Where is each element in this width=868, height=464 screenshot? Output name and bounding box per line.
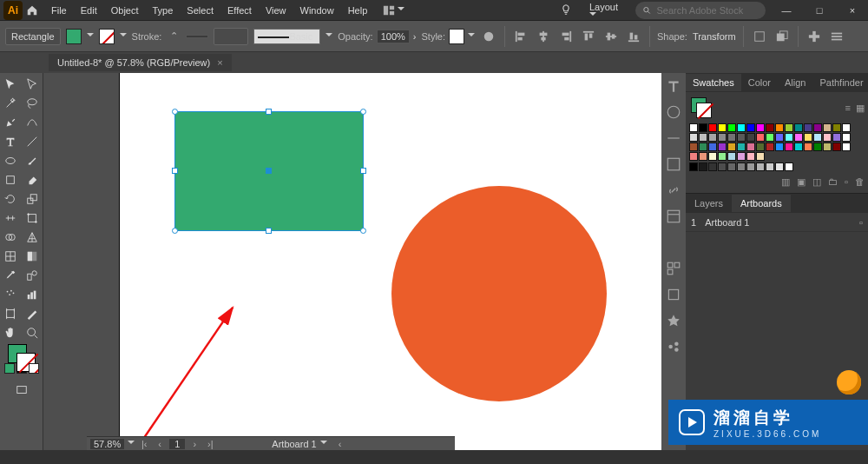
align-bottom-icon[interactable] — [625, 28, 642, 45]
rail-symbols2-icon[interactable] — [666, 339, 681, 355]
swatch-cell[interactable] — [746, 123, 755, 132]
tab-color[interactable]: Color — [741, 74, 778, 91]
swatch-cell[interactable] — [708, 133, 717, 142]
menu-view[interactable]: View — [260, 3, 293, 18]
swatch-cell[interactable] — [842, 123, 851, 132]
artboard-index[interactable]: 1 — [169, 439, 185, 449]
artboard-name-caret-icon[interactable] — [320, 441, 327, 447]
swatch-cell[interactable] — [689, 133, 698, 142]
stroke-weight-link-icon[interactable]: ⌃ — [165, 28, 182, 45]
menu-edit[interactable]: Edit — [75, 3, 103, 18]
swatch-cell[interactable] — [823, 123, 832, 132]
artboard-next-icon[interactable]: › — [188, 439, 201, 449]
lasso-tool[interactable] — [22, 94, 43, 113]
tab-artboards[interactable]: Artboards — [732, 195, 791, 212]
swatch-trash-icon[interactable]: 🗑 — [855, 176, 865, 188]
handle-e[interactable] — [360, 168, 366, 174]
tab-align[interactable]: Align — [778, 74, 812, 91]
zoom-caret-icon[interactable] — [128, 441, 135, 447]
rail-symbols-icon[interactable] — [666, 313, 681, 328]
handle-se[interactable] — [360, 228, 366, 234]
swatch-cell[interactable] — [727, 143, 736, 151]
swatch-list-icon[interactable]: ▦ — [856, 103, 865, 114]
swatch-cell[interactable] — [756, 133, 765, 142]
fill-caret-icon[interactable] — [87, 33, 94, 40]
selection-tool[interactable] — [0, 75, 22, 94]
brush-caret-icon[interactable] — [326, 33, 332, 40]
menu-object[interactable]: Object — [105, 3, 145, 18]
scroll-left-icon[interactable]: ‹ — [334, 439, 346, 449]
tab-pathfinder[interactable]: Pathfinder — [812, 74, 868, 91]
workspace-switcher[interactable]: Layout — [581, 0, 627, 21]
swatch-menu-icon[interactable]: ≡ — [845, 103, 851, 114]
handle-s[interactable] — [266, 228, 272, 234]
arrange-caret-icon[interactable] — [398, 7, 404, 14]
swatch-cell[interactable] — [718, 162, 727, 171]
type-tool[interactable] — [0, 132, 22, 151]
swatch-cell[interactable] — [785, 133, 793, 142]
swatch-group-icon[interactable]: ▣ — [797, 176, 806, 188]
swatch-cell[interactable] — [756, 162, 765, 171]
swatch-cell[interactable] — [766, 133, 774, 142]
color-mode-none[interactable] — [29, 363, 39, 374]
zoom-field[interactable]: 57.8% — [90, 439, 124, 449]
swatch-cell[interactable] — [832, 133, 841, 142]
swatch-cell[interactable] — [823, 133, 832, 142]
swatch-cell[interactable] — [775, 123, 784, 132]
artboard-tool[interactable] — [0, 304, 22, 323]
swatch-cell[interactable] — [785, 143, 793, 151]
swatch-cell[interactable] — [766, 162, 774, 171]
artboard[interactable] — [120, 73, 661, 450]
swatch-cell[interactable] — [727, 133, 736, 142]
menu-effect[interactable]: Effect — [221, 3, 258, 18]
swatch-cell[interactable] — [785, 162, 793, 171]
swatch-cell[interactable] — [689, 162, 698, 171]
swatch-cell[interactable] — [689, 123, 698, 132]
edit-clip-icon[interactable] — [773, 28, 791, 45]
artboard-first-icon[interactable]: |‹ — [138, 439, 150, 449]
swatch-cell[interactable] — [737, 123, 746, 132]
swatch-cell[interactable] — [718, 123, 727, 132]
swatch-cell[interactable] — [718, 143, 727, 151]
swatch-cell[interactable] — [823, 143, 832, 151]
recolor-icon[interactable] — [480, 28, 497, 45]
align-vcenter-icon[interactable] — [602, 28, 620, 45]
stock-search-input[interactable] — [657, 5, 759, 16]
home-icon[interactable] — [23, 4, 42, 17]
swatch-cell[interactable] — [737, 133, 746, 142]
menu-select[interactable]: Select — [181, 3, 220, 18]
swatch-cell[interactable] — [699, 133, 707, 142]
tab-swatches[interactable]: Swatches — [686, 74, 741, 91]
eyedropper-tool[interactable] — [0, 266, 22, 285]
tips-icon[interactable] — [560, 3, 572, 17]
swatch-cell[interactable] — [699, 143, 707, 151]
swatch-cell[interactable] — [708, 162, 717, 171]
rail-type-icon[interactable] — [666, 78, 681, 94]
eraser-tool[interactable] — [22, 170, 43, 189]
swatch-cell[interactable] — [756, 143, 765, 151]
swatch-page-icon[interactable]: ▫ — [845, 176, 848, 188]
rail-glyphs-icon[interactable] — [666, 104, 681, 120]
swatch-cell[interactable] — [727, 162, 736, 171]
handle-sw[interactable] — [172, 228, 178, 234]
style-caret-icon[interactable] — [468, 33, 475, 40]
blend-tool[interactable] — [22, 266, 43, 285]
handle-center[interactable] — [266, 168, 272, 174]
width-tool[interactable] — [0, 209, 22, 228]
swatch-current[interactable] — [691, 97, 712, 118]
circle-shape[interactable] — [391, 186, 607, 401]
swatch-cell[interactable] — [842, 143, 851, 151]
rail-stroke-icon[interactable] — [666, 130, 681, 146]
menu-file[interactable]: File — [45, 3, 73, 18]
rail-artboards-icon[interactable] — [666, 287, 681, 302]
rectangle-shape-selected[interactable] — [175, 112, 363, 230]
magic-wand-tool[interactable] — [0, 94, 22, 113]
handle-w[interactable] — [172, 168, 178, 174]
swatch-cell[interactable] — [766, 143, 774, 151]
swatch-cell[interactable] — [775, 162, 784, 171]
swatch-folder-icon[interactable]: 🗀 — [828, 176, 838, 188]
swatch-cell[interactable] — [746, 152, 755, 161]
artboard-options-icon[interactable]: ▫ — [859, 217, 863, 228]
swatch-cell[interactable] — [794, 123, 803, 132]
ellipse-tool[interactable] — [0, 151, 22, 170]
